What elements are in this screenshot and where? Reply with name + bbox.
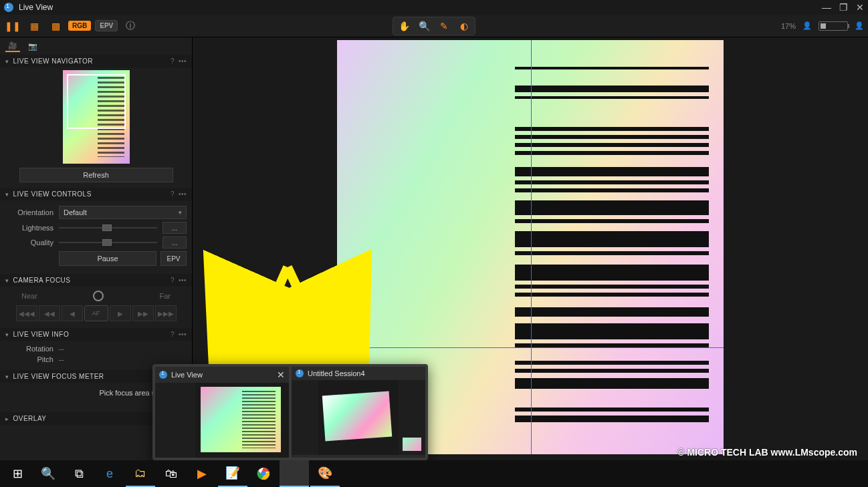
video-mode-tab[interactable]: 🎥: [5, 40, 20, 52]
info-header[interactable]: ▾ LIVE VIEW INFO ? •••: [0, 328, 192, 341]
zoom-label: 17%: [781, 22, 796, 30]
caret-icon: ▾: [179, 209, 182, 216]
orientation-select[interactable]: Default ▾: [59, 206, 187, 219]
help-icon[interactable]: ?: [171, 331, 175, 338]
close-button[interactable]: ✕: [856, 2, 864, 13]
grid-icon-1[interactable]: ▦: [25, 19, 43, 33]
mode-tabs: 🎥 📷: [0, 37, 192, 55]
controls-header[interactable]: ▾ LIVE VIEW CONTROLS ? •••: [0, 188, 192, 200]
thumbnail-title: Untitled Session4: [308, 369, 365, 377]
taskbar-thumbnails: Live View ✕ Untitled Session4: [152, 364, 428, 460]
thumbnail-session[interactable]: Untitled Session4: [292, 367, 425, 458]
thumbnail-preview: [292, 380, 425, 455]
focus-header[interactable]: ▾ CAMERA FOCUS ? •••: [0, 274, 192, 287]
app-icon: [296, 369, 304, 377]
menu-dots-icon[interactable]: •••: [179, 331, 187, 338]
navigator-selection[interactable]: [67, 74, 126, 129]
controls-panel: Orientation Default ▾ Lightness ... Qual…: [0, 200, 192, 274]
user2-icon[interactable]: 👤: [855, 21, 864, 30]
titlebar: Live View — ❐ ✕: [0, 0, 868, 15]
panel-title: LIVE VIEW INFO: [13, 331, 70, 338]
start-button[interactable]: ⊞: [3, 460, 32, 487]
menu-dots-icon[interactable]: •••: [179, 277, 187, 284]
rgb-toggle[interactable]: RGB: [68, 21, 91, 31]
menu-dots-icon[interactable]: •••: [179, 190, 187, 198]
refresh-button[interactable]: Refresh: [19, 168, 173, 182]
lightness-slider[interactable]: [59, 222, 157, 233]
battery-indicator: [819, 21, 848, 31]
store-icon[interactable]: 🛍: [156, 460, 186, 487]
contrast-icon[interactable]: ◐: [455, 19, 473, 33]
near-label: Near: [21, 292, 37, 300]
chevron-down-icon: ▾: [5, 373, 9, 380]
help-icon[interactable]: ?: [171, 277, 175, 284]
captureone-icon[interactable]: [280, 460, 309, 487]
epv-toggle[interactable]: EPV: [95, 20, 118, 31]
quality-value: ...: [162, 236, 187, 249]
panel-title: LIVE VIEW CONTROLS: [13, 190, 92, 198]
thumbnail-liveview[interactable]: Live View ✕: [155, 367, 289, 458]
focus-far-1[interactable]: ▶: [110, 305, 131, 321]
edge-icon[interactable]: e: [95, 460, 124, 487]
panel-title: LIVE VIEW NAVIGATOR: [13, 57, 94, 65]
navigator-thumbnail[interactable]: [63, 70, 130, 164]
menu-dots-icon[interactable]: •••: [179, 57, 187, 65]
taskbar: ⊞ 🔍 ⧉ e 🗂 🛍 ▶ 📝 🎨: [0, 460, 868, 487]
navigator-panel: Refresh: [0, 67, 192, 188]
panel-title: OVERLAY: [13, 415, 47, 422]
window-buttons: — ❐ ✕: [822, 2, 864, 13]
toolbar-right: 17% 👤 👤: [781, 21, 864, 31]
zoom-tool-icon[interactable]: 🔍: [415, 19, 433, 33]
notes-icon[interactable]: 📝: [218, 460, 247, 487]
search-icon[interactable]: 🔍: [33, 460, 63, 487]
autofocus-button[interactable]: AF: [84, 305, 108, 321]
crosshair-horizontal: [337, 347, 724, 348]
rotation-value: --: [59, 345, 64, 353]
chrome-icon[interactable]: [249, 460, 278, 487]
eyedropper-icon[interactable]: ✎: [435, 19, 453, 33]
navigator-header[interactable]: ▾ LIVE VIEW NAVIGATOR ? •••: [0, 55, 192, 67]
main-area: 🎥 📷 ▾ LIVE VIEW NAVIGATOR ? ••• Refresh …: [0, 37, 868, 460]
explorer-icon[interactable]: 🗂: [126, 460, 155, 487]
focus-near-1[interactable]: ◀: [62, 305, 83, 321]
focus-near-2[interactable]: ◀◀: [39, 305, 60, 321]
pitch-value: --: [59, 355, 64, 363]
thumbnail-title: Live View: [171, 371, 203, 379]
chevron-down-icon: ▾: [5, 331, 9, 338]
info-icon[interactable]: ⓘ: [122, 19, 139, 33]
photo-mode-tab[interactable]: 📷: [25, 40, 40, 52]
minimize-button[interactable]: —: [822, 2, 831, 13]
focus-near-3[interactable]: ◀◀◀: [16, 305, 37, 321]
chevron-right-icon: ▸: [5, 416, 9, 422]
rotation-label: Rotation: [5, 345, 53, 353]
help-icon[interactable]: ?: [171, 190, 175, 198]
app-icon: [159, 371, 167, 379]
quality-slider[interactable]: [59, 237, 157, 248]
help-icon[interactable]: ?: [171, 57, 175, 65]
media-icon[interactable]: ▶: [187, 460, 217, 487]
window-title: Live View: [19, 3, 53, 12]
close-icon[interactable]: ✕: [277, 369, 285, 380]
grid-icon-2[interactable]: ▩: [47, 19, 64, 33]
lightness-value: ...: [162, 222, 187, 234]
center-toolbar: ✋ 🔍 ✎ ◐: [393, 17, 475, 35]
paint-icon[interactable]: 🎨: [310, 460, 340, 487]
focus-far-2[interactable]: ▶▶: [132, 305, 154, 321]
focus-far-3[interactable]: ▶▶▶: [155, 305, 177, 321]
far-label: Far: [160, 292, 171, 300]
user-icon[interactable]: 👤: [802, 21, 812, 30]
maximize-button[interactable]: ❐: [839, 2, 848, 13]
epv-button[interactable]: EPV: [160, 251, 187, 266]
quality-label: Quality: [5, 238, 53, 247]
thumbnail-preview: [155, 383, 289, 458]
pause-icon[interactable]: ❚❚: [4, 19, 21, 33]
focus-ring-icon: [93, 291, 104, 301]
pause-button[interactable]: Pause: [59, 251, 156, 266]
taskview-icon[interactable]: ⧉: [64, 460, 94, 487]
chevron-down-icon: ▾: [5, 191, 9, 198]
pan-tool-icon[interactable]: ✋: [395, 19, 413, 33]
app-icon: [4, 3, 13, 12]
chevron-down-icon: ▾: [5, 277, 9, 284]
panel-title: CAMERA FOCUS: [13, 277, 71, 284]
toolbar: ❚❚ ▦ ▩ RGB EPV ⓘ ✋ 🔍 ✎ ◐ 17% 👤 👤: [0, 15, 868, 37]
